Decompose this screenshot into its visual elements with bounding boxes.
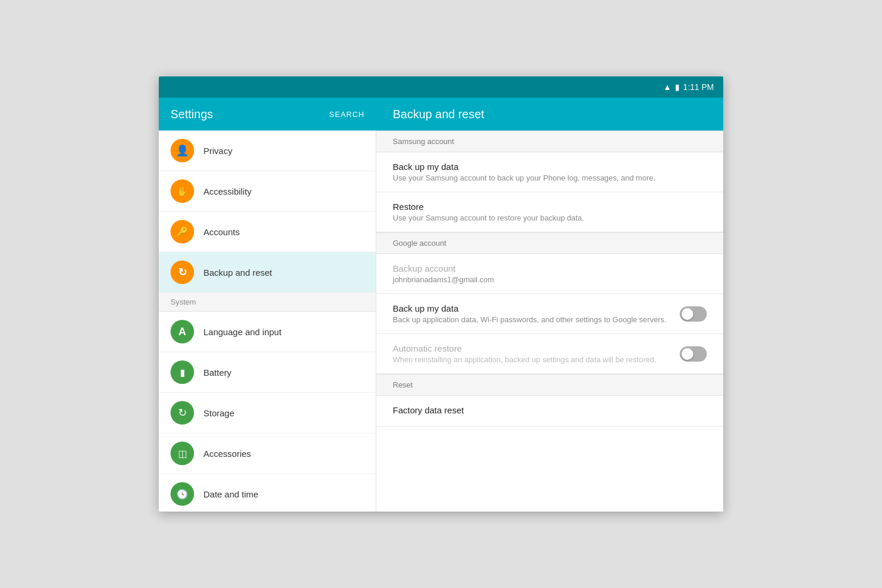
device-frame: ▲ ▮ 1:11 PM Settings SEARCH Backup and r… [159, 76, 723, 512]
battery-status-icon: ▮ [675, 82, 680, 92]
factory-data-reset-text: Factory data reset [393, 405, 707, 417]
sidebar-item-backup-reset[interactable]: ↻ Backup and reset [159, 252, 376, 293]
backup-my-data-google-text: Back up my data Back up application data… [393, 303, 680, 324]
backup-my-data-samsung-text: Back up my data Use your Samsung account… [393, 162, 707, 182]
header-left: Settings SEARCH [159, 108, 376, 121]
sidebar-label-language: Language and input [203, 327, 282, 337]
header-bar: Settings SEARCH Backup and reset [159, 98, 723, 131]
restore-samsung-text: Restore Use your Samsung account to rest… [393, 202, 707, 222]
sidebar-item-language-input[interactable]: A Language and input [159, 312, 376, 352]
backup-my-data-google[interactable]: Back up my data Back up application data… [376, 294, 723, 334]
sidebar-label-storage: Storage [203, 408, 235, 418]
sidebar-label-accessories: Accessories [203, 449, 251, 459]
sidebar-label-privacy: Privacy [203, 146, 232, 156]
accessibility-icon: ✋ [171, 179, 194, 203]
privacy-icon: 👤 [171, 139, 194, 162]
backup-account-title: Backup account [393, 263, 707, 273]
sidebar-label-accounts: Accounts [203, 227, 240, 237]
automatic-restore[interactable]: Automatic restore When reinstalling an a… [376, 334, 723, 374]
language-icon: A [171, 320, 194, 343]
restore-samsung-subtitle: Use your Samsung account to restore your… [393, 213, 707, 222]
storage-icon: ↻ [171, 401, 194, 425]
sidebar: 👤 Privacy ✋ Accessibility 🔑 Accounts [159, 131, 376, 512]
backup-account[interactable]: Backup account johnbrianadams1@gmail.com [376, 254, 723, 294]
page-title: Backup and reset [376, 108, 723, 121]
app-title: Settings [171, 108, 213, 121]
battery-icon: ▮ [171, 360, 194, 384]
sidebar-label-date-time: Date and time [203, 489, 258, 499]
backup-account-text: Backup account johnbrianadams1@gmail.com [393, 263, 707, 284]
date-time-icon: 🕓 [171, 482, 194, 506]
google-section-header: Google account [376, 232, 723, 254]
sidebar-item-privacy[interactable]: 👤 Privacy [159, 131, 376, 171]
sidebar-item-accounts[interactable]: 🔑 Accounts [159, 212, 376, 252]
accounts-icon: 🔑 [171, 220, 194, 243]
status-icons: ▲ ▮ 1:11 PM [663, 82, 714, 92]
backup-reset-icon: ↻ [171, 260, 194, 284]
factory-data-reset-title: Factory data reset [393, 405, 707, 415]
automatic-restore-toggle[interactable] [680, 346, 707, 362]
sidebar-label-backup-reset: Backup and reset [203, 268, 272, 278]
toggle-knob-backup-google [681, 308, 693, 320]
sidebar-item-accessories[interactable]: ◫ Accessories [159, 433, 376, 474]
automatic-restore-text: Automatic restore When reinstalling an a… [393, 343, 680, 364]
sidebar-item-storage[interactable]: ↻ Storage [159, 393, 376, 433]
backup-google-toggle[interactable] [680, 306, 707, 322]
automatic-restore-title: Automatic restore [393, 343, 680, 353]
sidebar-item-battery[interactable]: ▮ Battery [159, 352, 376, 393]
backup-my-data-samsung-subtitle: Use your Samsung account to back up your… [393, 173, 707, 182]
restore-samsung-title: Restore [393, 202, 707, 212]
backup-my-data-google-subtitle: Back up application data, Wi-Fi password… [393, 315, 680, 324]
status-time: 1:11 PM [683, 82, 714, 92]
right-panel: Samsung account Back up my data Use your… [376, 131, 723, 512]
backup-my-data-samsung[interactable]: Back up my data Use your Samsung account… [376, 152, 723, 192]
restore-samsung[interactable]: Restore Use your Samsung account to rest… [376, 192, 723, 232]
backup-my-data-samsung-title: Back up my data [393, 162, 707, 172]
sidebar-label-battery: Battery [203, 368, 232, 377]
status-bar: ▲ ▮ 1:11 PM [159, 76, 723, 98]
backup-my-data-google-title: Back up my data [393, 303, 680, 313]
samsung-section-header: Samsung account [376, 131, 723, 152]
backup-account-subtitle: johnbrianadams1@gmail.com [393, 275, 707, 284]
accessories-icon: ◫ [171, 442, 194, 465]
automatic-restore-subtitle: When reinstalling an application, backed… [393, 355, 680, 364]
sidebar-item-date-time[interactable]: 🕓 Date and time [159, 474, 376, 512]
wifi-icon: ▲ [663, 82, 671, 92]
toggle-knob-auto-restore [681, 348, 693, 360]
system-section-header: System [159, 293, 376, 312]
factory-data-reset[interactable]: Factory data reset [376, 396, 723, 427]
sidebar-item-accessibility[interactable]: ✋ Accessibility [159, 171, 376, 212]
main-content: 👤 Privacy ✋ Accessibility 🔑 Accounts [159, 131, 723, 512]
search-button[interactable]: SEARCH [329, 110, 365, 119]
sidebar-label-accessibility: Accessibility [203, 186, 252, 196]
reset-section-header: Reset [376, 374, 723, 396]
